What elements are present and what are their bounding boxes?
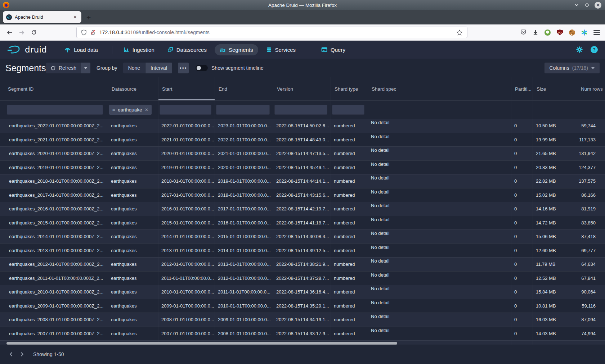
cookie-icon[interactable] — [569, 29, 575, 36]
filter-input-start[interactable] — [160, 105, 211, 115]
cell-segment-id[interactable]: earthquakes_2013-01-01T00:00:00.000Z_2..… — [0, 244, 108, 258]
segment-timeline-toggle[interactable] — [196, 65, 208, 71]
cell-segment-id[interactable]: earthquakes_2011-01-01T00:00:00.000Z_2..… — [0, 272, 108, 285]
nav-item-services[interactable]: Services — [261, 44, 301, 55]
column-header-partiti[interactable]: Partiti... — [511, 77, 533, 100]
column-header-shard-type[interactable]: Shard type — [331, 77, 368, 100]
help-button[interactable]: ? — [591, 46, 598, 53]
filter-input-shard-type[interactable] — [332, 105, 364, 115]
cell-num-rows — [577, 341, 605, 345]
cell-version: 2022-08-15T14:35:29.1... — [273, 299, 331, 313]
segment-row: earthquakes_2022-01-01T00:00:00.000Z_2..… — [0, 119, 605, 133]
menu-button[interactable] — [593, 30, 600, 35]
cell-end: 2010-01-01T00:00:00.0... — [215, 299, 273, 313]
cell-segment-id[interactable]: earthquakes_2021-01-01T00:00:00.000Z_2..… — [0, 133, 108, 147]
column-header-version[interactable]: Version — [273, 77, 331, 100]
cell-version: 2022-08-15T14:47:13.5... — [273, 147, 331, 160]
cell-segment-id[interactable]: earthquakes_2017-01-01T00:00:00.000Z_2..… — [0, 188, 108, 202]
forward-button[interactable] — [16, 27, 27, 38]
column-header-start[interactable]: Start — [158, 77, 215, 100]
cell-segment-id[interactable]: earthquakes_2010-01-01T00:00:00.000Z_2..… — [0, 285, 108, 299]
cell-segment-id[interactable]: earthquakes_2009-01-01T00:00:00.000Z_2..… — [0, 299, 108, 313]
column-header-segment-id[interactable]: Segment ID — [0, 77, 108, 100]
horizontal-scrollbar[interactable] — [6, 342, 397, 345]
cell-num-rows: 117,133 — [577, 133, 605, 147]
url-bar[interactable]: 172.18.0.4:30109/unified-console.html#se… — [76, 27, 467, 38]
back-button[interactable] — [4, 27, 15, 38]
cell-segment-id[interactable]: earthquakes_2022-01-01T00:00:00.000Z_2..… — [0, 119, 108, 133]
group-none-button[interactable]: None — [123, 63, 145, 73]
cell-segment-id[interactable]: earthquakes_2015-01-01T00:00:00.000Z_2..… — [0, 216, 108, 230]
nav-item-query[interactable]: Query — [316, 44, 350, 55]
maximize-icon[interactable] — [584, 2, 590, 8]
nav-label: Ingestion — [133, 47, 154, 53]
nav-item-segments[interactable]: Segments — [215, 44, 258, 55]
filter-input-end[interactable] — [216, 105, 270, 115]
remove-filter-icon[interactable]: ✕ — [144, 107, 148, 113]
insecure-lock-icon[interactable] — [90, 29, 96, 35]
column-header-shard-spec[interactable]: Shard spec — [368, 77, 511, 100]
bookmark-star-icon[interactable] — [456, 29, 463, 36]
settings-gear-icon[interactable] — [576, 46, 583, 53]
segment-row: earthquakes_2018-01-01T00:00:00.000Z_2..… — [0, 174, 605, 188]
cell-shard-type: numbered — [331, 244, 368, 258]
minimize-icon[interactable] — [574, 2, 579, 8]
filter-input-version[interactable] — [274, 105, 327, 115]
tab-close-icon[interactable]: ✕ — [72, 14, 78, 20]
tab-apache-druid[interactable]: Apache Druid ✕ — [3, 11, 81, 23]
cell-start: 2021-01-01T00:00:00.0... — [158, 133, 215, 147]
cell-segment-id[interactable]: earthquakes_2014-01-01T00:00:00.000Z_2..… — [0, 230, 108, 244]
filter-operator-icon: = — [112, 107, 115, 113]
cell-start: 2010-01-01T00:00:00.0... — [158, 285, 215, 299]
cell-end: 2018-01-01T00:00:00.0... — [215, 188, 273, 202]
privacy-badger-icon[interactable] — [544, 29, 551, 36]
nav-item-ingestion[interactable]: Ingestion — [118, 44, 160, 55]
close-window-button[interactable]: ✕ — [595, 2, 601, 9]
more-options-button[interactable]: ●●● — [178, 63, 189, 73]
cell-shard-spec: No detail — [368, 299, 511, 313]
column-header-datasource[interactable]: Datasource — [108, 77, 158, 100]
nav-item-datasources[interactable]: Datasources — [162, 44, 212, 55]
cell-num-rows: 74,994 — [577, 327, 605, 341]
cell-size: 15.84 MB — [533, 285, 577, 299]
tracking-shield-icon[interactable] — [81, 29, 87, 36]
cell-segment-id[interactable]: earthquakes_2020-01-01T00:00:00.000Z_2..… — [0, 147, 108, 160]
cell-shard-type: numbered — [331, 133, 368, 147]
cell-num-rows: 87,094 — [577, 313, 605, 327]
new-tab-button[interactable]: + — [86, 14, 91, 21]
columns-button[interactable]: Columns (17/18) — [544, 63, 600, 73]
cell-segment-id[interactable]: earthquakes_2007-01-01T00:00:00.000Z_2..… — [0, 327, 108, 341]
cell-segment-id[interactable]: earthquakes_2018-01-01T00:00:00.000Z_2..… — [0, 174, 108, 188]
column-header-size[interactable]: Size — [533, 77, 577, 100]
cell-segment-id[interactable]: earthquakes_2016-01-01T00:00:00.000Z_2..… — [0, 202, 108, 216]
nav-item-load-data[interactable]: Load data — [59, 44, 103, 55]
cell-size: 14.72 MB — [533, 216, 577, 230]
cell-shard-type: numbered — [331, 161, 368, 174]
ublock-origin-icon[interactable]: UO — [557, 29, 563, 35]
druid-logo[interactable]: druid — [7, 45, 47, 55]
cell-partiti: 0 — [511, 327, 533, 341]
cell-end: 2011-01-01T00:00:00.0... — [215, 285, 273, 299]
cell-datasource: earthquakes — [108, 244, 158, 258]
cell-datasource: earthquakes — [108, 188, 158, 202]
cell-size: 21.65 MB — [533, 147, 577, 160]
chevron-left-icon — [9, 351, 14, 357]
refresh-dropdown-button[interactable] — [81, 63, 90, 73]
next-page-button[interactable] — [17, 349, 27, 360]
reload-button[interactable] — [28, 27, 40, 38]
group-interval-button[interactable]: Interval — [145, 63, 172, 73]
cell-partiti: 0 — [511, 299, 533, 313]
prev-page-button[interactable] — [6, 349, 17, 360]
pocket-icon[interactable] — [520, 29, 526, 35]
column-header-end[interactable]: End — [215, 77, 273, 100]
datasource-filter-tag[interactable]: =earthquake✕ — [109, 105, 152, 115]
extension-asterisk-icon[interactable] — [581, 29, 587, 36]
cell-segment-id[interactable]: earthquakes_2012-01-01T00:00:00.000Z_2..… — [0, 258, 108, 271]
refresh-button[interactable]: Refresh — [46, 63, 81, 73]
cell-segment-id[interactable]: earthquakes_2019-01-01T00:00:00.000Z_2..… — [0, 161, 108, 174]
filter-input-segment-id[interactable] — [7, 105, 103, 115]
download-icon[interactable] — [533, 29, 538, 35]
cell-num-rows: 137,575 — [577, 174, 605, 188]
column-header-num-rows[interactable]: Num rows — [577, 77, 605, 100]
cell-segment-id[interactable]: earthquakes_2008-01-01T00:00:00.000Z_2..… — [0, 313, 108, 327]
